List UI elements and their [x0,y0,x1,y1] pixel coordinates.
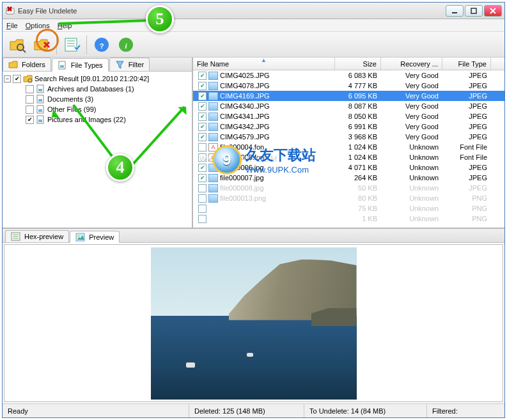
scan-button[interactable] [6,34,28,56]
tree-checkbox[interactable] [26,95,34,104]
row-checkbox[interactable] [198,123,207,131]
row-checkbox[interactable] [198,205,207,213]
row-checkbox[interactable] [198,143,207,152]
hex-icon [11,232,20,241]
tree-checkbox[interactable] [26,85,34,93]
tab-preview[interactable]: Preview [70,231,120,243]
file-icon [208,174,218,182]
tab-hex-preview[interactable]: Hex-preview [5,230,69,242]
file-name: CIMG4342.JPG [220,123,270,130]
file-row[interactable]: file000008.jpg50 KBUnknownJPEG [193,183,504,193]
file-row[interactable]: CIMG4025.JPG6 083 KBVery GoodJPEG [193,70,504,81]
maximize-button[interactable] [465,5,483,17]
file-icon [208,153,218,162]
file-recovery: Very Good [381,92,442,100]
file-type: Font File [442,143,491,151]
file-row[interactable]: file000006.jpg4 071 KBUnknownJPEG [193,162,504,173]
statusbar: Ready Deleted: 125 (148 MB) To Undelete:… [3,403,504,417]
file-icon [208,133,218,141]
file-row[interactable]: CIMG4579.JPG3 968 KBVery GoodJPEG [193,132,504,142]
file-type: Font File [442,153,491,161]
row-checkbox[interactable] [198,72,207,80]
app-window: Easy File Undelete File Options Help ? i [2,2,505,418]
row-checkbox[interactable] [198,102,207,111]
tree-root-label: Search Result [09.01.2010 21:20:42] [35,75,149,82]
file-row[interactable]: file000013.png80 KBUnknownPNG [193,193,504,203]
row-checkbox[interactable] [198,92,207,100]
tree-item-label[interactable]: Documents (3) [47,95,93,103]
about-button[interactable]: i [115,34,137,56]
file-recovery: Unknown [381,174,442,182]
row-checkbox[interactable] [198,215,207,223]
file-recovery: Unknown [381,215,442,222]
file-size: 1 024 KB [335,153,381,161]
row-checkbox[interactable] [198,82,207,90]
row-checkbox[interactable] [198,113,207,121]
options-button[interactable] [61,34,82,56]
file-row[interactable]: 1 KBUnknownPNG [193,214,504,224]
status-filtered: Filtered: [427,404,504,417]
col-filetype[interactable]: File Type [442,58,491,70]
titlebar[interactable]: Easy File Undelete [3,3,504,19]
filetype-icon [58,61,67,70]
minimize-button[interactable] [446,5,464,17]
menu-options[interactable]: Options [26,22,50,29]
file-row[interactable]: CIMG4341.JPG8 050 KBVery GoodJPEG [193,111,504,121]
file-row[interactable]: CIMG4342.JPG6 991 KBVery GoodJPEG [193,121,504,132]
file-row[interactable]: file000004.fon1 024 KBUnknownFont File [193,142,504,152]
close-button[interactable] [484,5,502,17]
file-recovery: Very Good [381,113,442,120]
file-size: 6 083 KB [335,72,381,79]
row-checkbox[interactable] [198,133,207,141]
tree-checkbox[interactable] [26,116,34,124]
file-row[interactable]: CIMG4340.JPG8 087 KBVery GoodJPEG [193,101,504,111]
folder-search-icon [23,74,33,83]
file-icon [208,123,218,131]
tab-folders[interactable]: Folders [3,58,51,71]
tree-checkbox[interactable] [26,105,34,114]
file-list[interactable]: CIMG4025.JPG6 083 KBVery GoodJPEGCIMG407… [193,70,504,228]
preview-area [4,244,503,402]
file-size: 4 071 KB [335,164,381,171]
file-list-pane: File Name▲ Size Recovery ... File Type C… [193,58,504,228]
file-size: 4 777 KB [335,82,381,89]
file-row[interactable]: CIMG4078.JPG4 777 KBVery GoodJPEG [193,81,504,91]
sort-asc-icon: ▲ [261,57,267,63]
file-row[interactable]: file000005.fon1 024 KBUnknownFont File [193,152,504,162]
row-checkbox[interactable] [198,194,207,203]
help-button[interactable]: ? [91,34,113,56]
col-size[interactable]: Size [335,58,381,70]
file-type: JPEG [442,174,491,182]
tab-file-types[interactable]: File Types [52,58,109,72]
row-checkbox[interactable] [198,184,207,192]
file-size: 6 095 KB [335,92,381,100]
col-recovery[interactable]: Recovery ... [381,58,442,70]
filter-icon [115,60,125,69]
tree-item-label[interactable]: Archives and Databases (1) [47,85,134,93]
file-type: PNG [442,194,491,202]
file-row[interactable]: 75 KBUnknownPNG [193,203,504,214]
col-filename[interactable]: File Name▲ [193,58,335,70]
file-icon [208,113,218,121]
svg-rect-4 [471,8,476,13]
tree-checkbox[interactable] [13,75,21,83]
expando-icon[interactable]: − [4,75,11,82]
file-name: file000008.jpg [220,184,264,192]
folder-icon [8,60,18,69]
filetype-icon [36,105,45,114]
file-name: file000005.fon [220,153,264,161]
file-recovery: Very Good [381,123,442,130]
row-checkbox[interactable] [198,164,207,172]
file-size: 3 968 KB [335,133,381,141]
row-checkbox[interactable] [198,153,207,162]
file-row[interactable]: CIMG4169.JPG6 095 KBVery GoodJPEG [193,91,504,101]
file-row[interactable]: file000007.jpg264 KBUnknownJPEG [193,173,504,183]
app-icon [5,6,15,16]
file-name: CIMG4078.JPG [220,82,270,89]
file-recovery: Very Good [381,82,442,89]
tab-filter[interactable]: Filter [109,58,150,71]
type-tree[interactable]: −Search Result [09.01.2010 21:20:42]Arch… [3,72,192,228]
menu-file[interactable]: File [6,22,18,29]
row-checkbox[interactable] [198,174,207,182]
callout-4: 4 [106,153,134,182]
